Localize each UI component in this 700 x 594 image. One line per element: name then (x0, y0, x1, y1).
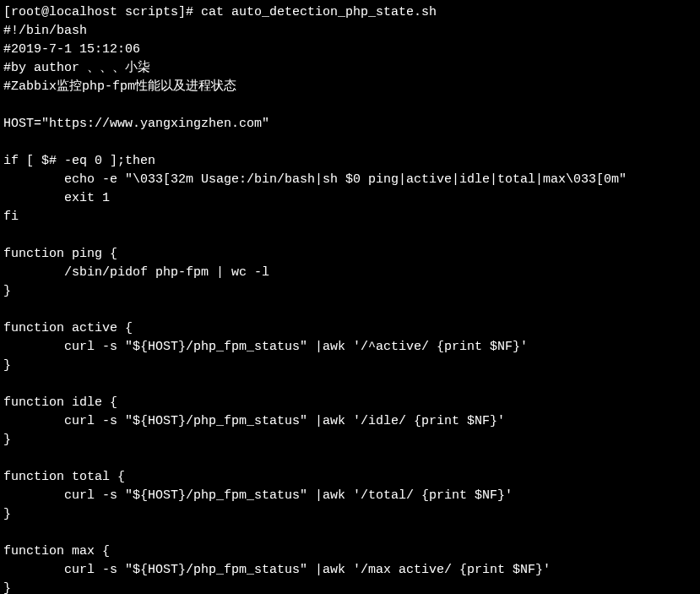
script-line: echo -e "\033[32m Usage:/bin/bash|sh $0 … (3, 172, 627, 187)
terminal-output[interactable]: [root@localhost scripts]# cat auto_detec… (0, 0, 700, 594)
script-line: function total { (3, 470, 125, 484)
script-line: #!/bin/bash (3, 24, 87, 38)
script-line: #by author 、、、小柒 (3, 61, 150, 75)
script-line: function ping { (3, 247, 117, 261)
script-line: function active { (3, 321, 133, 335)
script-line: } (3, 581, 11, 594)
script-line: #Zabbix监控php-fpm性能以及进程状态 (3, 79, 236, 94)
script-line: function max { (3, 544, 110, 559)
script-line: curl -s "${HOST}/php_fpm_status" |awk '/… (3, 340, 528, 354)
script-line: HOST="https://www.yangxingzhen.com" (3, 117, 269, 131)
script-line: /sbin/pidof php-fpm | wc -l (3, 265, 269, 280)
script-line: fi (3, 210, 19, 224)
script-line: } (3, 433, 11, 447)
script-line: exit 1 (3, 191, 110, 205)
script-line: } (3, 507, 11, 521)
script-line: } (3, 358, 11, 373)
script-line: curl -s "${HOST}/php_fpm_status" |awk '/… (3, 563, 551, 577)
script-line: function idle { (3, 395, 117, 410)
script-line: } (3, 284, 11, 298)
script-line: #2019-7-1 15:12:06 (3, 42, 140, 57)
command-text: cat auto_detection_php_state.sh (201, 5, 437, 19)
script-line: if [ $# -eq 0 ];then (3, 154, 155, 168)
script-line: curl -s "${HOST}/php_fpm_status" |awk '/… (3, 414, 505, 428)
script-line: curl -s "${HOST}/php_fpm_status" |awk '/… (3, 488, 513, 503)
shell-prompt: [root@localhost scripts]# (3, 5, 201, 19)
